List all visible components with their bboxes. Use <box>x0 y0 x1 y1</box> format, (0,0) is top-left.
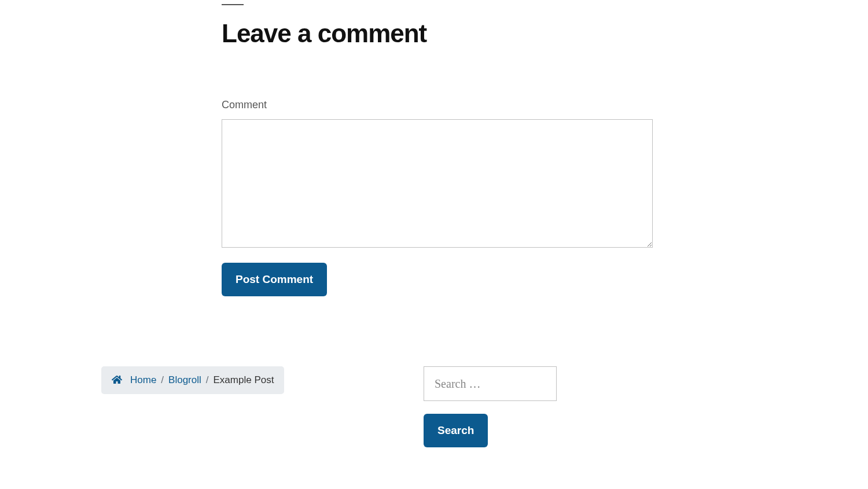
comment-textarea[interactable] <box>222 119 653 248</box>
search-input[interactable] <box>424 366 557 401</box>
breadcrumb-home-link[interactable]: Home <box>130 374 156 386</box>
section-divider <box>222 4 244 5</box>
breadcrumb-item-blogroll[interactable]: Blogroll <box>168 374 201 386</box>
footer-widgets: Home / Blogroll / Example Post Search <box>101 366 767 394</box>
breadcrumb-separator: / <box>206 374 209 386</box>
breadcrumb-separator: / <box>161 374 164 386</box>
home-icon <box>112 375 122 385</box>
breadcrumb-widget: Home / Blogroll / Example Post <box>101 366 284 394</box>
breadcrumb: Home / Blogroll / Example Post <box>101 366 284 394</box>
post-comment-button[interactable]: Post Comment <box>222 263 327 296</box>
comment-form-section: Leave a comment Comment Post Comment <box>222 0 653 296</box>
comment-field-label: Comment <box>222 99 653 111</box>
search-widget: Search <box>424 366 557 447</box>
breadcrumb-current: Example Post <box>214 374 274 386</box>
search-button[interactable]: Search <box>424 414 488 447</box>
section-heading: Leave a comment <box>222 19 653 48</box>
